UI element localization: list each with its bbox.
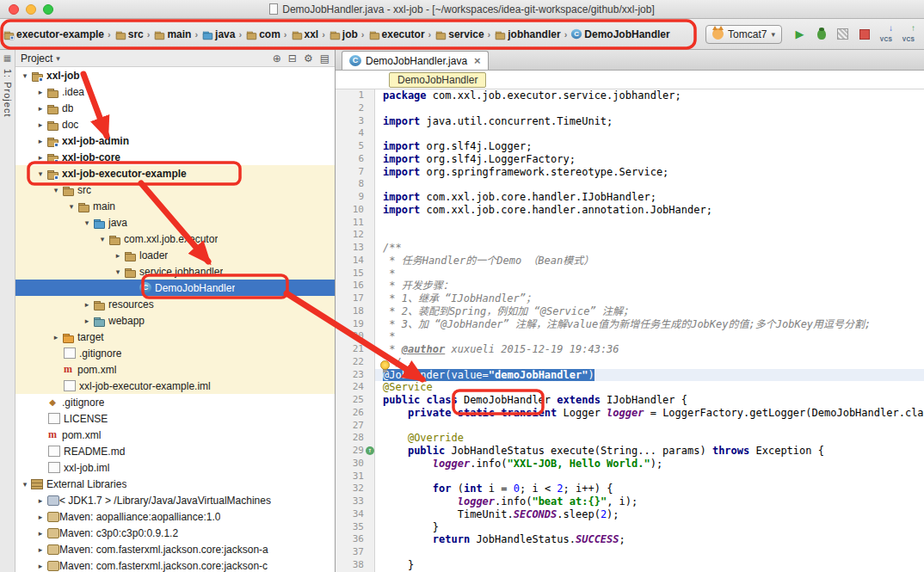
tree-item[interactable]: CDemoJobHandler	[15, 280, 335, 296]
maven-icon: m	[46, 429, 59, 441]
tree-item[interactable]: ▸Maven: c3p0:c3p0:0.9.1.2	[15, 525, 335, 541]
tree-item-label: src	[77, 184, 91, 196]
tree-item[interactable]: ▾xxl-job	[15, 67, 335, 83]
tree-toggle-icon[interactable]: ▸	[34, 120, 46, 129]
tree-item[interactable]: ▸Maven: com.fasterxml.jackson.core:jacks…	[15, 541, 335, 557]
tree-item[interactable]: mpom.xml	[15, 427, 335, 443]
breadcrumb-item-demojobhandler[interactable]: CDemoJobHandler	[570, 28, 670, 41]
breadcrumb-item-executor[interactable]: executor	[367, 28, 426, 41]
project-stripe-button[interactable]: 1: Project	[3, 69, 13, 117]
close-button[interactable]	[9, 4, 19, 15]
tree-toggle-icon[interactable]: ▸	[34, 496, 46, 505]
tree-item[interactable]: ▸db	[15, 100, 335, 116]
tree-toggle-icon[interactable]: ▾	[81, 218, 93, 227]
tree-item[interactable]: ▸.idea	[15, 83, 335, 100]
tree-item[interactable]: ▾java	[15, 214, 335, 231]
tree-item[interactable]: ▸resources	[15, 296, 335, 312]
code-token	[383, 432, 408, 444]
tree-item[interactable]: ▸Maven: aopalliance:aopalliance:1.0	[15, 508, 335, 525]
line-number: 7	[336, 166, 375, 179]
tool-window-icon[interactable]: ▦	[3, 53, 11, 63]
tree-toggle-icon[interactable]: ▸	[34, 104, 46, 113]
tree-item[interactable]: ▸xxl-job-admin	[15, 132, 335, 149]
run-config-select[interactable]: Tomcat7 ▾	[705, 25, 782, 44]
tree-toggle-icon[interactable]: ▸	[34, 137, 46, 145]
locate-icon[interactable]: ⊕	[273, 52, 281, 65]
tree-toggle-icon[interactable]: ▸	[34, 153, 46, 162]
zoom-button[interactable]	[43, 4, 53, 15]
tree-item[interactable]: ▸target	[15, 329, 335, 345]
tree-item[interactable]: ▾src	[15, 181, 335, 198]
tree-item[interactable]: ◆.gitignore	[15, 394, 335, 410]
coverage-button[interactable]	[833, 24, 853, 44]
tree-item[interactable]: mpom.xml	[15, 361, 335, 378]
breadcrumb-chip[interactable]: DemoJobHandler	[389, 72, 486, 88]
tree-item[interactable]: ▸loader	[15, 247, 335, 263]
intention-bulb-icon[interactable]	[380, 360, 390, 370]
tree-toggle-icon[interactable]: ▾	[96, 235, 108, 243]
tree-item[interactable]: ▾service.jobhandler	[15, 263, 335, 280]
tree-item[interactable]: ▾External Libraries	[15, 476, 335, 492]
run-button[interactable]: ▶	[790, 24, 810, 44]
code-line: 8	[336, 178, 924, 191]
tree-toggle-icon[interactable]: ▾	[50, 186, 62, 194]
tree-toggle-icon[interactable]: ▾	[19, 71, 31, 80]
breadcrumb-item-com[interactable]: com	[244, 28, 281, 41]
file-icon	[48, 446, 60, 457]
breadcrumb-item-src[interactable]: src	[114, 28, 145, 41]
folder-icon	[46, 119, 59, 131]
line-number: 10	[336, 204, 375, 217]
breadcrumb-item-main[interactable]: main	[152, 28, 192, 41]
tree-item[interactable]: README.md	[15, 443, 335, 459]
tree-toggle-icon[interactable]: ▸	[34, 88, 46, 96]
tree-toggle-icon[interactable]: ▸	[112, 251, 124, 260]
code-line: 13/**	[336, 242, 924, 255]
breadcrumb-item-xxl[interactable]: xxl	[290, 28, 320, 41]
tree-toggle-icon[interactable]: ▸	[34, 562, 46, 570]
tree-toggle-icon[interactable]: ▸	[81, 300, 93, 309]
tree-item[interactable]: ▸< JDK1.7 > /Library/Java/JavaVirtualMac…	[15, 492, 335, 508]
tree-toggle-icon[interactable]: ▸	[50, 333, 62, 341]
stop-button[interactable]	[854, 24, 874, 44]
breadcrumb-item-jobhandler[interactable]: jobhandler	[493, 28, 561, 41]
tree-item[interactable]: .gitignore	[15, 345, 335, 361]
vcs-update-button[interactable]: ↓VCS	[876, 24, 896, 44]
tree-toggle-icon[interactable]: ▾	[65, 202, 77, 211]
code-token: java.util.concurrent.TimeUnit;	[427, 115, 613, 127]
tree-item[interactable]: ▸Maven: com.fasterxml.jackson.core:jacks…	[15, 557, 335, 572]
settings-gear-icon[interactable]: ⚙	[304, 52, 313, 65]
tree-toggle-icon[interactable]: ▸	[81, 317, 93, 325]
tree-toggle-icon[interactable]: ▸	[34, 545, 46, 554]
tree-item[interactable]: LICENSE	[15, 410, 335, 427]
tree-toggle-icon[interactable]: ▸	[34, 513, 46, 521]
tree-item[interactable]: ▾xxl-job-executor-example	[15, 165, 335, 181]
debug-button[interactable]	[811, 24, 831, 44]
tree-item[interactable]: ▸webapp	[15, 312, 335, 329]
tree-toggle-icon[interactable]: ▸	[34, 529, 46, 538]
code-text: return JobHandleStatus.SUCCESS;	[375, 533, 924, 546]
tree-toggle-icon[interactable]: ▾	[34, 169, 46, 178]
editor-tab[interactable]: C DemoJobHandler.java ×	[342, 51, 489, 70]
hide-icon[interactable]: ▤	[320, 52, 330, 65]
breadcrumb-item-executor-example[interactable]: executor-example	[2, 28, 105, 41]
project-view-select[interactable]: Project	[21, 52, 52, 65]
minimize-button[interactable]	[26, 4, 36, 15]
tree-item[interactable]: xxl-job-executor-example.iml	[15, 378, 335, 394]
breadcrumb-item-java[interactable]: java	[200, 28, 236, 41]
tree-item[interactable]: ▸xxl-job-core	[15, 149, 335, 165]
tree-item[interactable]: ▾com.xxl.job.executor	[15, 231, 335, 247]
breadcrumb-item-service[interactable]: service	[434, 28, 484, 41]
collapse-all-icon[interactable]: ⊟	[288, 52, 297, 65]
tree-item[interactable]: xxl-job.iml	[15, 459, 335, 476]
breadcrumb-item-job[interactable]: job	[328, 28, 359, 41]
vcs-commit-button[interactable]: ↑VCS	[898, 24, 919, 44]
tree-item[interactable]: ▸doc	[15, 116, 335, 132]
override-marker-icon[interactable]: ↑	[366, 446, 374, 455]
code-area[interactable]: 1package com.xxl.job.executor.service.jo…	[336, 89, 924, 572]
line-number: 5	[336, 140, 375, 153]
code-token: 2	[557, 483, 563, 495]
tree-item[interactable]: ▾main	[15, 198, 335, 214]
tree-toggle-icon[interactable]: ▾	[19, 480, 31, 489]
tree-toggle-icon[interactable]: ▾	[112, 268, 124, 276]
close-tab-icon[interactable]: ×	[474, 54, 481, 67]
